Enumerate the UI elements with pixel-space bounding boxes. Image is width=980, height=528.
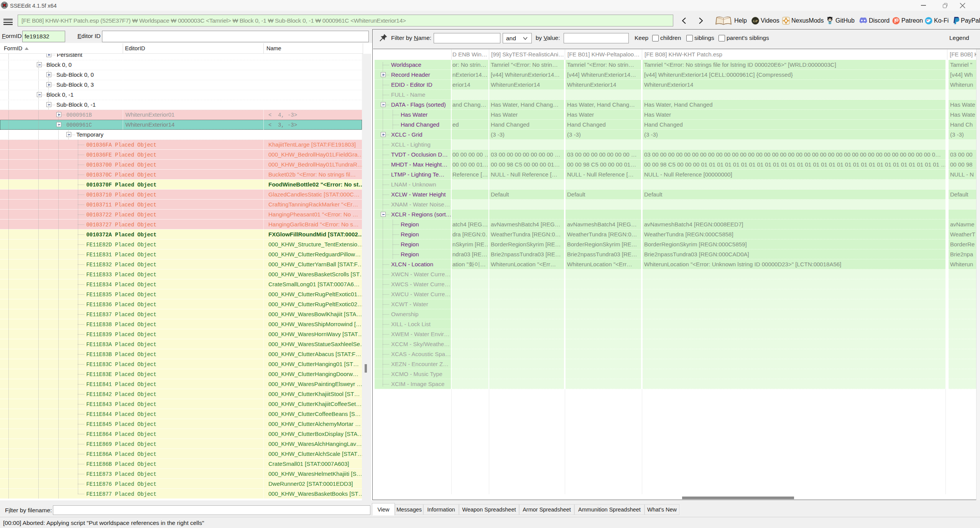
svg-text:GP: GP: [753, 19, 758, 23]
